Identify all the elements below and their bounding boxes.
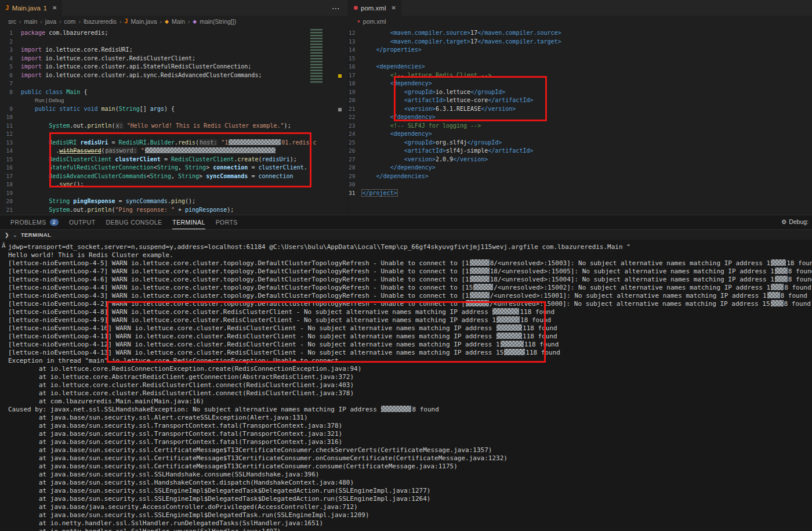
- token: =: [248, 164, 258, 171]
- token: [362, 173, 376, 179]
- tab-main-java[interactable]: J Main.java 1 ✕: [0, 0, 63, 16]
- code-line: 8public class Main {: [0, 88, 348, 97]
- token: package: [21, 30, 45, 36]
- code-text: [21, 130, 348, 139]
- line-number: 19: [349, 88, 362, 97]
- token: <!-- SLF4J for logging -->: [390, 122, 481, 129]
- code-text: <dependencies>: [362, 63, 812, 71]
- terminal-line: at java.base/sun.security.ssl.TransportC…: [8, 422, 812, 430]
- token: <dependencies>: [376, 63, 425, 70]
- redacted-text: [470, 259, 490, 266]
- terminal-header-label: TERMINAL: [21, 232, 51, 238]
- line-number: 18: [349, 80, 362, 88]
- vscode-window: J Main.java 1 ✕ ⋯ pom.xml ✕ src›main›jav…: [0, 0, 812, 531]
- token: String: [185, 164, 206, 171]
- token: 2.0.9: [436, 156, 453, 162]
- debug-settings[interactable]: ⚙ Debug:: [781, 218, 809, 225]
- breadcrumb-item[interactable]: main: [24, 18, 38, 25]
- tab-pom-xml[interactable]: pom.xml ✕: [349, 0, 402, 16]
- code-line: 17 <!-- lettuce Redis Client -->: [349, 71, 812, 80]
- close-icon[interactable]: ✕: [52, 5, 57, 11]
- terminal-line: [lettuce-nioEventLoop-4-2] WARN io.lettu…: [8, 300, 812, 308]
- token: println: [87, 207, 111, 213]
- token: pingResponse: [73, 198, 115, 204]
- gear-icon: ⚙: [781, 218, 786, 225]
- breadcrumb-item[interactable]: com: [64, 18, 76, 25]
- codelens-line[interactable]: Run | Debug: [0, 96, 348, 105]
- code-text: .sync();: [21, 180, 348, 189]
- token: void: [84, 106, 97, 112]
- token: io.lettuce.core.cluster.api.sync.RedisAd…: [42, 72, 262, 78]
- panel-tab-ports[interactable]: PORTS: [216, 215, 238, 229]
- xml-icon: ●: [357, 19, 360, 24]
- chevron-right-icon[interactable]: ❯: [5, 232, 9, 238]
- token: connection: [258, 173, 293, 179]
- token: [21, 198, 49, 204]
- code-line: 14 .withPassword(password: ": [0, 147, 348, 156]
- token: <artifactId>: [404, 97, 446, 103]
- breadcrumb-item[interactable]: pom.xml: [363, 18, 386, 25]
- token: <version>: [404, 156, 436, 162]
- token: [362, 80, 390, 86]
- editor-pom-xml[interactable]: 12 <maven.compiler.source>17</maven.comp…: [348, 27, 812, 215]
- token: syncCommands: [206, 173, 248, 179]
- code-line: 21 <version>6.3.1.RELEASE</version>: [349, 105, 812, 114]
- panel-tab-terminal[interactable]: TERMINAL: [172, 215, 205, 229]
- bottom-panel: PROBLEMS2OUTPUTDEBUG CONSOLETERMINALPORT…: [0, 215, 812, 531]
- breadcrumb-item[interactable]: lbazureredis: [84, 18, 117, 25]
- code-text: </dependency>: [362, 164, 812, 172]
- panel-tab-debug-console[interactable]: DEBUG CONSOLE: [106, 215, 162, 229]
- line-number: 3: [0, 46, 21, 55]
- breadcrumb-item[interactable]: src: [8, 18, 16, 25]
- token: .: [304, 164, 307, 171]
- token: withPassword: [59, 147, 101, 154]
- code-line: 30: [349, 180, 812, 189]
- token: io.lettuce: [436, 89, 470, 95]
- code-text: package com.lbazureredis;: [21, 29, 348, 38]
- minimap[interactable]: [309, 27, 324, 215]
- editor-main-java[interactable]: 1package com.lbazureredis;23import io.le…: [0, 27, 348, 215]
- panel-tab-output[interactable]: OUTPUT: [69, 215, 96, 229]
- token: ) {: [164, 106, 175, 112]
- terminal-line: at java.base/sun.security.ssl.Certificat…: [8, 463, 812, 471]
- code-text: RedisAdvancedClusterCommands<String, Str…: [21, 172, 348, 181]
- token: "1: [221, 139, 228, 146]
- line-number: 17: [349, 71, 362, 80]
- line-number: 2: [0, 38, 21, 46]
- breadcrumb-item[interactable]: Main: [172, 18, 185, 25]
- breadcrumb-row: src›main›java›com›lbazureredis›JMain.jav…: [0, 16, 812, 27]
- token: clusterClient: [115, 156, 161, 162]
- terminal-section-header[interactable]: ❯ ⌄ TERMINAL: [0, 229, 812, 240]
- terminal-output[interactable]: jdwp=transport=dt_socket,server=n,suspen…: [0, 240, 812, 531]
- token: <maven.compiler.source>: [390, 30, 470, 36]
- breadcrumb-separator: ›: [40, 18, 42, 25]
- breadcrumb-item[interactable]: main(String[]): [200, 18, 236, 25]
- terminal-line: at io.lettuce.core.cluster.RedisClusterC…: [8, 381, 812, 389]
- breadcrumb-item[interactable]: Main.java: [131, 18, 157, 25]
- breadcrumb-item[interactable]: java: [45, 18, 56, 25]
- token: [362, 131, 390, 137]
- token: syncCommands: [126, 198, 168, 204]
- terminal-line: Caused by: javax.net.ssl.SSLHandshakeExc…: [8, 406, 812, 414]
- line-number: 12: [349, 29, 362, 38]
- code-text: <groupId>org.slf4j</groupId>: [362, 139, 812, 147]
- token: [362, 139, 404, 146]
- class-icon: ◆: [165, 19, 169, 24]
- chevron-down-icon[interactable]: ⌄: [13, 232, 17, 238]
- close-icon[interactable]: ✕: [391, 5, 396, 11]
- token: connection: [213, 164, 248, 171]
- token: RedisClusterClient: [171, 156, 234, 162]
- token: >: [199, 173, 206, 179]
- code-line: 25 <groupId>org.slf4j</groupId>: [349, 139, 812, 147]
- overview-ruler-marker: [338, 74, 342, 78]
- token: String: [157, 164, 178, 171]
- token: >: [206, 164, 213, 171]
- panel-tab-problems[interactable]: PROBLEMS2: [10, 215, 59, 229]
- more-actions-icon[interactable]: ⋯: [324, 3, 348, 13]
- line-number: 31: [349, 189, 362, 198]
- token: RedisURI: [119, 139, 147, 146]
- code-line: 28 </dependency>: [349, 164, 812, 172]
- xml-file-icon: [354, 6, 358, 10]
- code-line: 15 RedisClusterClient clusterClient = Re…: [0, 156, 348, 164]
- terminal-line: [lettuce-nioEventLoop-4-9] WARN io.lettu…: [8, 316, 812, 324]
